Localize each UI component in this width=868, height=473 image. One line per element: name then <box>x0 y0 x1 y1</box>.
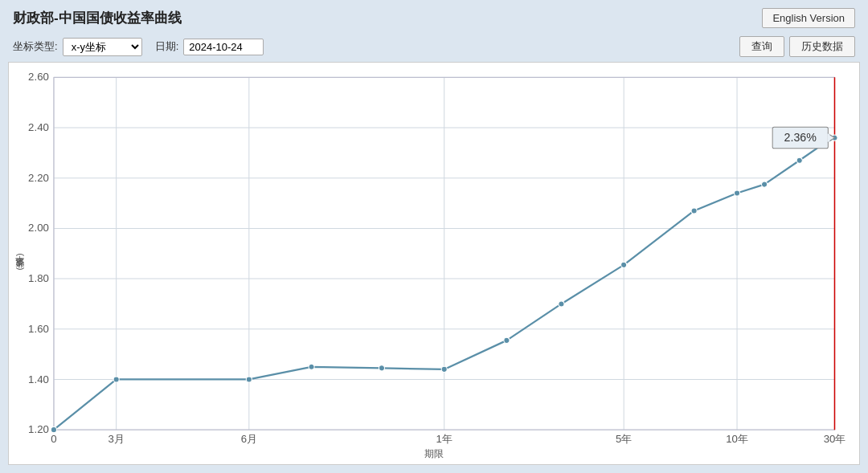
svg-text:5年: 5年 <box>616 433 632 445</box>
svg-text:1.80: 1.80 <box>28 272 49 284</box>
date-label: 日期: <box>155 39 179 54</box>
svg-text:1.60: 1.60 <box>28 323 49 335</box>
svg-rect-49 <box>827 133 829 141</box>
svg-text:2.36%: 2.36% <box>784 131 817 144</box>
history-data-button[interactable]: 历史数据 <box>789 36 855 57</box>
svg-text:2.60: 2.60 <box>28 71 49 83</box>
svg-text:0: 0 <box>51 433 56 445</box>
svg-point-43 <box>761 181 767 187</box>
query-button[interactable]: 查询 <box>739 36 784 57</box>
svg-point-32 <box>51 427 56 433</box>
svg-text:3月: 3月 <box>108 433 125 445</box>
svg-point-41 <box>691 208 697 214</box>
svg-point-35 <box>309 364 314 369</box>
x-axis-label: 期限 <box>424 447 444 461</box>
coord-type-label: 坐标类型: <box>13 39 58 54</box>
svg-text:10年: 10年 <box>726 433 748 445</box>
svg-point-44 <box>796 157 802 163</box>
date-input[interactable] <box>183 39 264 55</box>
svg-text:1年: 1年 <box>436 433 452 445</box>
svg-point-36 <box>379 365 384 371</box>
svg-point-40 <box>621 262 627 267</box>
y-axis-label: 收益率(%) <box>14 251 26 275</box>
english-version-button[interactable]: English Version <box>762 8 855 28</box>
svg-point-37 <box>441 366 447 372</box>
svg-point-33 <box>113 377 119 382</box>
svg-text:2.20: 2.20 <box>28 172 49 184</box>
svg-text:1.20: 1.20 <box>28 423 49 435</box>
svg-text:30年: 30年 <box>824 433 846 445</box>
yield-curve-chart: 1.201.401.601.802.002.202.402.6003月6月1年5… <box>9 63 859 464</box>
svg-point-39 <box>559 301 564 307</box>
chart-area: 1.201.401.601.802.002.202.402.6003月6月1年5… <box>8 62 860 465</box>
svg-point-38 <box>504 337 510 343</box>
svg-text:2.40: 2.40 <box>28 121 49 133</box>
svg-point-42 <box>734 190 739 196</box>
svg-point-34 <box>246 377 252 382</box>
svg-text:2.00: 2.00 <box>28 222 49 234</box>
coord-type-select[interactable]: x-y坐标 半对数坐标 <box>63 38 142 56</box>
page-title: 财政部-中国国债收益率曲线 <box>13 9 182 27</box>
svg-text:6月: 6月 <box>241 433 257 445</box>
svg-text:1.40: 1.40 <box>28 373 49 385</box>
